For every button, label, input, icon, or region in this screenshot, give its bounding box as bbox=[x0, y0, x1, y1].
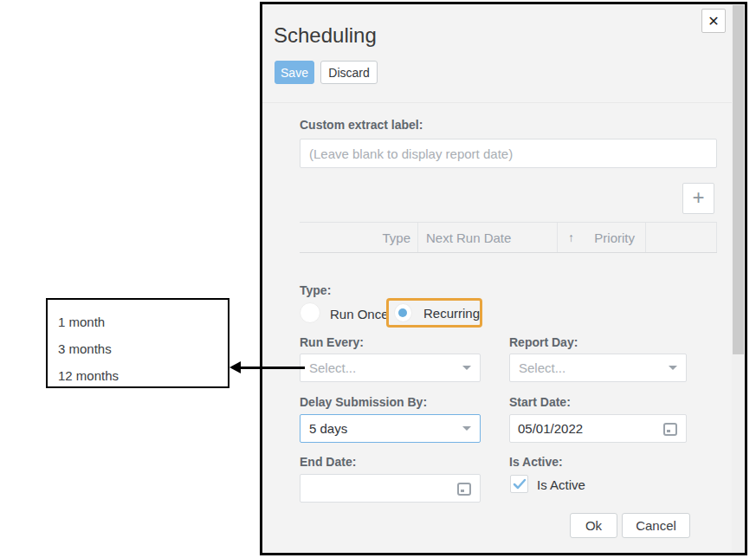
run-every-select[interactable]: Select... bbox=[300, 354, 481, 382]
column-header-priority[interactable]: ↑ Priority bbox=[558, 223, 646, 252]
page-title: Scheduling bbox=[274, 23, 377, 48]
start-date-field[interactable] bbox=[509, 414, 687, 443]
plus-icon: + bbox=[692, 187, 704, 208]
cancel-button[interactable]: Cancel bbox=[622, 513, 690, 538]
annotation-item: 1 month bbox=[58, 308, 228, 335]
run-every-select-value: Select... bbox=[309, 360, 462, 375]
discard-button[interactable]: Discard bbox=[320, 61, 378, 84]
column-header-blank bbox=[646, 223, 717, 252]
schedule-grid-header: Type Next Run Date ↑ Priority bbox=[300, 222, 717, 253]
report-day-select[interactable]: Select... bbox=[509, 354, 687, 382]
end-date-input[interactable] bbox=[308, 481, 456, 496]
run-once-radio[interactable] bbox=[300, 302, 320, 323]
is-active-checkbox[interactable] bbox=[510, 475, 528, 493]
annotation-item: 3 months bbox=[58, 335, 228, 362]
dialog-scrollbar[interactable] bbox=[732, 4, 745, 553]
end-date-label: End Date: bbox=[300, 455, 356, 469]
ok-button[interactable]: Ok bbox=[570, 513, 617, 538]
delay-submission-select[interactable]: 5 days bbox=[300, 414, 481, 443]
report-day-select-value: Select... bbox=[519, 360, 669, 375]
type-label: Type: bbox=[300, 283, 331, 297]
sort-ascending-icon: ↑ bbox=[568, 230, 574, 244]
delay-submission-label: Delay Submission By: bbox=[300, 395, 427, 409]
annotation-options-box: 1 month 3 months 12 months bbox=[46, 298, 229, 388]
report-day-label: Report Day: bbox=[509, 335, 578, 349]
column-header-priority-label: Priority bbox=[594, 230, 635, 245]
chevron-down-icon bbox=[462, 366, 471, 370]
start-date-input[interactable] bbox=[518, 421, 662, 436]
calendar-icon[interactable] bbox=[456, 481, 472, 496]
end-date-field[interactable] bbox=[300, 474, 481, 503]
is-active-label: Is Active: bbox=[509, 455, 563, 469]
column-header-next-run-date[interactable]: Next Run Date bbox=[418, 223, 558, 252]
add-schedule-button[interactable]: + bbox=[682, 183, 714, 214]
close-icon: ✕ bbox=[708, 13, 719, 29]
radio-selected-dot-icon bbox=[398, 308, 407, 317]
save-button[interactable]: Save bbox=[275, 61, 314, 84]
column-header-type[interactable]: Type bbox=[300, 223, 418, 252]
annotation-item: 12 months bbox=[58, 362, 228, 389]
toolbar-divider bbox=[262, 102, 732, 103]
close-button[interactable]: ✕ bbox=[701, 9, 726, 33]
calendar-icon[interactable] bbox=[662, 421, 678, 437]
recurring-radio[interactable] bbox=[394, 303, 412, 322]
chevron-down-icon bbox=[669, 366, 677, 370]
is-active-checkbox-label[interactable]: Is Active bbox=[537, 477, 585, 492]
custom-extract-input[interactable] bbox=[300, 139, 717, 168]
chevron-down-icon bbox=[462, 426, 471, 431]
screenshot-stage: 1 month 3 months 12 months Scheduling ✕ … bbox=[0, 0, 756, 558]
run-every-label: Run Every: bbox=[300, 335, 364, 349]
scrollbar-thumb[interactable] bbox=[733, 5, 744, 354]
checkbox-check-icon bbox=[513, 478, 527, 490]
custom-extract-label: Custom extract label: bbox=[300, 118, 423, 132]
run-once-radio-label[interactable]: Run Once bbox=[330, 307, 389, 321]
recurring-radio-label[interactable]: Recurring bbox=[423, 306, 480, 321]
scheduling-dialog: Scheduling ✕ Save Discard Custom extract… bbox=[260, 2, 747, 555]
annotation-arrow bbox=[240, 367, 305, 369]
start-date-label: Start Date: bbox=[509, 395, 571, 409]
delay-submission-select-value: 5 days bbox=[309, 421, 462, 436]
recurring-highlight-box: Recurring bbox=[386, 298, 482, 328]
